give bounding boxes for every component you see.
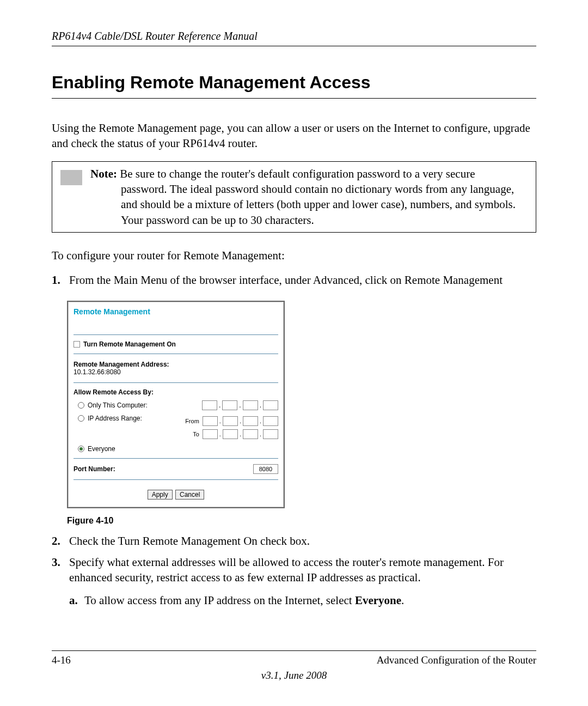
ip-octet-input[interactable] — [243, 400, 258, 410]
note-text: Note: Be sure to change the router's def… — [90, 162, 536, 232]
note-icon-cell — [52, 162, 90, 232]
step-3a-pre: To allow access from any IP address on t… — [84, 594, 355, 607]
note-first-line: Be sure to change the router's default c… — [117, 167, 475, 180]
only-this-radio[interactable] — [78, 402, 84, 409]
allow-label: Allow Remote Access By: — [74, 386, 278, 398]
substeps: a. To allow access from any IP address o… — [69, 593, 536, 608]
step-3a-post: . — [401, 594, 404, 607]
ip-octet-input[interactable] — [223, 416, 238, 426]
address-label: Remote Management Address: — [74, 361, 278, 368]
note-icon — [60, 170, 82, 185]
turn-on-label: Turn Remote Management On — [83, 340, 176, 348]
footer-version: v3.1, June 2008 — [52, 670, 536, 681]
config-intro: To configure your router for Remote Mana… — [52, 249, 536, 263]
step-1: 1. From the Main Menu of the browser int… — [52, 272, 536, 288]
ip-range-row: IP Address Range: From . . . To . — [74, 412, 278, 443]
everyone-radio[interactable] — [78, 446, 84, 452]
ip-octet-input[interactable] — [263, 416, 278, 426]
ip-range-radio[interactable] — [78, 415, 84, 422]
turn-on-row: Turn Remote Management On — [74, 338, 278, 350]
only-this-row: Only This Computer: . . . — [74, 398, 278, 412]
step-1-text: From the Main Menu of the browser interf… — [69, 272, 536, 288]
step-3a-text: To allow access from any IP address on t… — [84, 593, 536, 608]
port-label: Port Number: — [74, 465, 115, 473]
ip-range-label: IP Address Range: — [88, 415, 142, 422]
step-1-num: 1. — [52, 272, 69, 288]
from-label: From — [185, 418, 199, 424]
panel-title: Remote Management — [74, 306, 278, 331]
footer-chapter: Advanced Configuration of the Router — [377, 654, 536, 666]
step-3-text: Specify what external addresses will be … — [69, 555, 536, 614]
address-row: Remote Management Address: 10.1.32.66:80… — [74, 357, 278, 379]
ip-octet-input[interactable] — [223, 429, 238, 439]
ip-octet-input[interactable] — [263, 400, 278, 410]
ip-octet-input[interactable] — [243, 429, 258, 439]
button-row: Apply Cancel — [74, 483, 278, 500]
everyone-row: Everyone — [74, 443, 278, 455]
ip-octet-input[interactable] — [263, 429, 278, 439]
ip-octet-input[interactable] — [243, 416, 258, 426]
to-label: To — [193, 431, 199, 437]
figure-block: Remote Management Turn Remote Management… — [67, 301, 536, 526]
footer-page-number: 4-16 — [52, 654, 71, 666]
ip-octet-input[interactable] — [222, 400, 237, 410]
remote-management-panel: Remote Management Turn Remote Management… — [67, 301, 285, 508]
cancel-button[interactable]: Cancel — [175, 490, 204, 500]
section-title: Enabling Remote Management Access — [52, 72, 536, 99]
apply-button[interactable]: Apply — [148, 490, 173, 500]
port-row: Port Number: 8080 — [74, 462, 278, 476]
step-3a: a. To allow access from any IP address o… — [69, 593, 536, 608]
address-value: 10.1.32.66:8080 — [74, 368, 278, 376]
page-footer: 4-16 Advanced Configuration of the Route… — [52, 650, 536, 681]
figure-caption: Figure 4-10 — [67, 516, 536, 526]
note-label: Note: — [90, 167, 117, 180]
step-2: 2. Check the Turn Remote Management On c… — [52, 533, 536, 549]
step-2-num: 2. — [52, 533, 69, 549]
steps-list: 1. From the Main Menu of the browser int… — [52, 272, 536, 288]
step-2-text: Check the Turn Remote Management On chec… — [69, 533, 536, 549]
ip-octet-input[interactable] — [203, 429, 218, 439]
step-3a-num: a. — [69, 593, 84, 608]
turn-on-checkbox[interactable] — [74, 341, 80, 348]
everyone-label: Everyone — [88, 445, 115, 453]
running-header: RP614v4 Cable/DSL Router Reference Manua… — [52, 30, 536, 46]
intro-paragraph: Using the Remote Management page, you ca… — [52, 120, 536, 151]
port-input[interactable]: 8080 — [253, 464, 278, 474]
note-box: Note: Be sure to change the router's def… — [52, 161, 536, 233]
ip-octet-input[interactable] — [202, 400, 217, 410]
step-3-num: 3. — [52, 555, 69, 614]
step-3a-bold: Everyone — [355, 594, 401, 607]
step-3-body: Specify what external addresses will be … — [69, 556, 504, 584]
ip-octet-input[interactable] — [203, 416, 218, 426]
ip-range-inputs: From . . . To . . . — [170, 415, 278, 441]
steps-list-cont: 2. Check the Turn Remote Management On c… — [52, 533, 536, 613]
step-3: 3. Specify what external addresses will … — [52, 555, 536, 614]
note-continuation: password. The ideal password should cont… — [90, 181, 530, 228]
only-this-label: Only This Computer: — [88, 401, 148, 409]
only-this-ip: . . . — [202, 400, 278, 410]
